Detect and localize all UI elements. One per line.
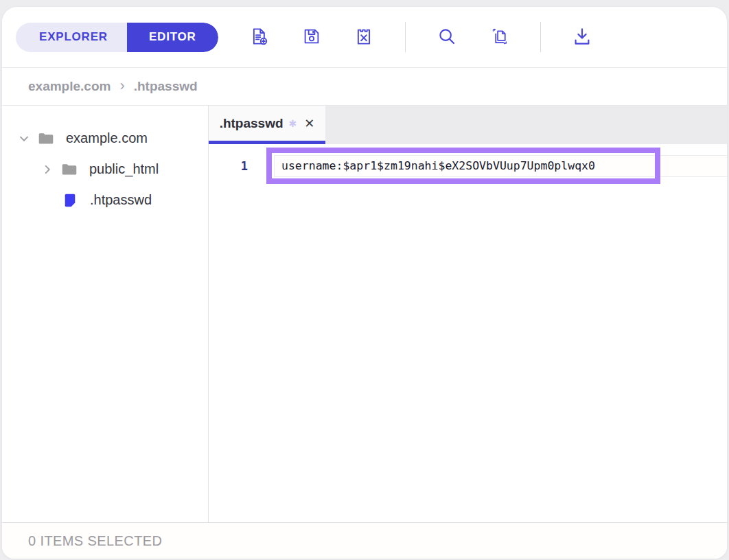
download-button[interactable]: [571, 26, 593, 48]
line-content-input[interactable]: username:$apr1$zm19nahi$eX2SOVbVUup7Upm0…: [274, 155, 727, 177]
tree-item-htpasswd[interactable]: .htpasswd: [2, 185, 208, 215]
status-bar: 0 ITEMS SELECTED: [2, 522, 727, 559]
explorer-toggle-label: EXPLORER: [39, 30, 108, 44]
new-file-button[interactable]: [248, 26, 270, 48]
file-manager-window: EXPLORER EDITOR: [2, 7, 727, 559]
editor-body: 1 username:$apr1$zm19nahi$eX2SOVbVUup7Up…: [209, 144, 727, 522]
tree-item-label: .htpasswd: [90, 192, 152, 208]
breadcrumb-item-domain[interactable]: example.com: [28, 79, 111, 94]
tab-htpasswd[interactable]: .htpasswd ✱ ✕: [209, 106, 325, 144]
line-number: 1: [209, 155, 274, 177]
breadcrumb-item-file[interactable]: .htpasswd: [134, 79, 198, 94]
modified-indicator-icon: ✱: [289, 118, 297, 129]
save-icon: [301, 26, 322, 49]
toolbar-divider: [540, 22, 541, 52]
breadcrumb: example.com › .htpasswd: [2, 68, 727, 106]
copy-file-icon: [489, 26, 509, 49]
download-icon: [572, 26, 592, 49]
tree-item-public-html[interactable]: public_html: [2, 154, 208, 185]
folder-icon: [59, 161, 80, 178]
tree-item-label: public_html: [89, 161, 159, 177]
folder-icon: [36, 130, 57, 148]
editor-pane: .htpasswd ✱ ✕ 1 username:$apr1$zm19nahi$…: [209, 106, 727, 522]
main-area: example.com public_html .htpasswd: [2, 106, 727, 522]
tree-item-example-com[interactable]: example.com: [2, 123, 208, 154]
view-mode-toggle: EXPLORER EDITOR: [16, 23, 218, 52]
editor-toggle-button[interactable]: EDITOR: [127, 23, 218, 52]
toolbar-divider: [405, 22, 406, 52]
chevron-right-icon[interactable]: [40, 161, 56, 178]
file-icon: [60, 191, 81, 209]
editor-toggle-label: EDITOR: [149, 30, 196, 44]
save-file-button[interactable]: [301, 26, 323, 48]
explorer-toggle-button[interactable]: EXPLORER: [16, 23, 127, 52]
breadcrumb-separator: ›: [119, 78, 124, 95]
toolbar: EXPLORER EDITOR: [2, 7, 727, 68]
discard-file-button[interactable]: [353, 26, 375, 48]
tab-label: .htpasswd: [220, 116, 284, 131]
code-line-1: 1 username:$apr1$zm19nahi$eX2SOVbVUup7Up…: [209, 155, 727, 177]
file-tree-sidebar: example.com public_html .htpasswd: [2, 106, 209, 522]
tab-bar: .htpasswd ✱ ✕: [209, 106, 727, 144]
selection-status-text: 0 ITEMS SELECTED: [28, 533, 162, 549]
tree-item-label: example.com: [66, 130, 148, 146]
copy-file-button[interactable]: [488, 26, 510, 48]
new-file-icon: [249, 26, 270, 49]
chevron-down-icon[interactable]: [16, 130, 33, 147]
search-icon: [437, 26, 457, 49]
discard-file-icon: [354, 26, 374, 49]
tab-close-icon[interactable]: ✕: [304, 117, 314, 130]
search-button[interactable]: [436, 26, 458, 48]
